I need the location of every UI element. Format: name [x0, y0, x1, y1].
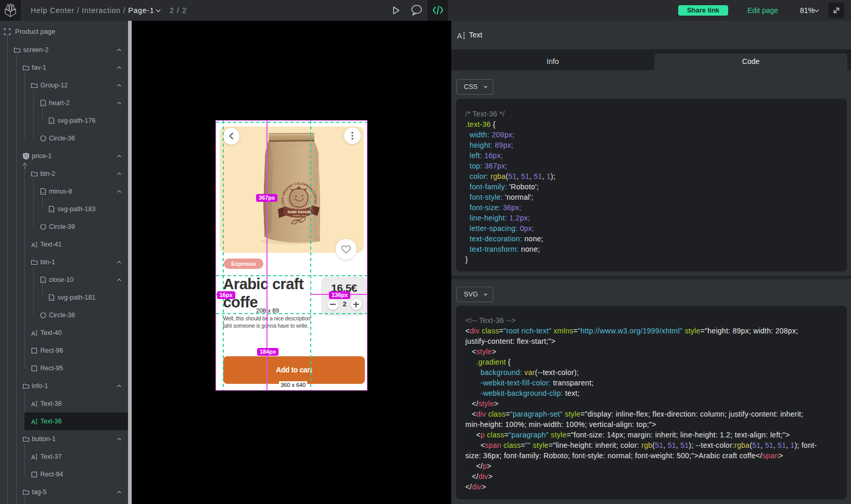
svg-text:A: A: [31, 241, 35, 248]
svg-text:A: A: [31, 400, 35, 407]
svg-text:NABI NAHUB: NABI NAHUB: [288, 210, 311, 214]
svg-text:A: A: [457, 32, 462, 40]
svg-text:A: A: [31, 454, 35, 460]
svg-text:A: A: [31, 330, 35, 336]
svg-text:A: A: [31, 418, 35, 424]
svg-text:ORGANIC SINCE: ORGANIC SINCE: [293, 215, 307, 217]
